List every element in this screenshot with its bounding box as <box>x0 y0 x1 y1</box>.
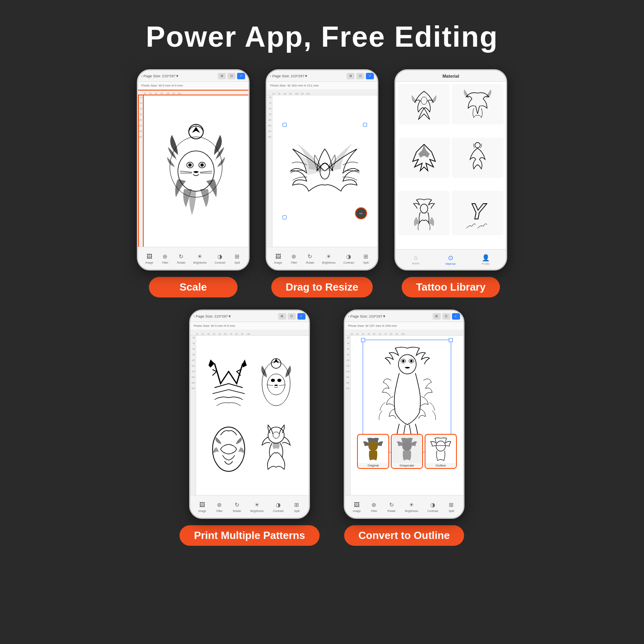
drag-canvas: ↔ <box>272 95 377 247</box>
scale-label: Scale <box>149 277 237 297</box>
filter-icon: ⊛ <box>161 252 169 260</box>
scale-toolbar: 🖼 Image ⊛ Filter ↻ Rotate ☀ Brightness ◑ <box>138 247 248 269</box>
material-icon: ⊙ <box>448 254 453 262</box>
btn3[interactable]: ✓ <box>452 313 460 320</box>
toolbar-contrast[interactable]: ◑Contrast <box>343 252 354 264</box>
preview-thumbnails: Original Grayscale <box>351 434 463 469</box>
toolbar-image[interactable]: 🖼 Image <box>145 252 153 264</box>
library-label: Tattoo Library <box>402 277 500 297</box>
contrast-icon: ◑ <box>429 501 437 509</box>
toolbar-brightness[interactable]: ☀Brightness <box>250 501 264 512</box>
outline-phone: ‹ Page Size: 210*297▼ ⊞ ⊡ ✓ Photo Size: … <box>344 310 464 519</box>
filter-icon: ⊛ <box>370 501 378 509</box>
toolbar-image[interactable]: 🖼Image <box>198 501 206 512</box>
toolbar-brightness[interactable]: ☀Brightness <box>322 252 335 264</box>
split-icon: ⊞ <box>447 501 455 509</box>
drag-resize-handle[interactable]: ↔ <box>355 207 367 219</box>
brightness-icon: ☀ <box>253 501 261 509</box>
outline-topbar: ‹ Page Size: 210*297▼ ⊞ ⊡ ✓ <box>345 311 463 322</box>
material-item-6[interactable]: Y <box>452 191 504 235</box>
outline-phone-col: ‹ Page Size: 210*297▼ ⊞ ⊡ ✓ Photo Size: … <box>344 310 464 546</box>
library-phone-col: Material <box>394 69 507 297</box>
image-icon: 🖼 <box>274 252 282 260</box>
btn1[interactable]: ⊞ <box>347 73 355 79</box>
ruler-h-multiple: 10 20 30 40 50 60 70 80 90 100 <box>190 330 309 336</box>
rotate-icon: ↻ <box>177 252 185 260</box>
toolbar-brightness[interactable]: ☀Brightness <box>405 501 418 512</box>
page-title: Power App, Free Editing <box>146 20 498 53</box>
drag-subbar: Photo Size: W 163 mm H 211 mm <box>267 82 377 90</box>
outline-toolbar: 🖼Image ⊛Filter ↻Rotate ☀Brightness ◑Cont… <box>345 495 463 518</box>
btn2[interactable]: ⊡ <box>356 73 364 79</box>
pattern-baroque <box>254 417 298 477</box>
btn1[interactable]: ⊞ <box>278 313 286 320</box>
handle-tr[interactable] <box>449 338 453 342</box>
material-item-5[interactable] <box>398 191 450 235</box>
ruler-v-multiple: 20 40 60 80 100 120 140 160 180 200 <box>190 336 196 495</box>
profile-icon: 👤 <box>482 254 490 262</box>
scale-content: 20 40 60 80 100 120 140 160 <box>138 95 248 247</box>
image-icon: 🖼 <box>145 252 153 260</box>
pattern-maori <box>206 417 251 477</box>
topbar-actions: ⊞ ⊡ ✓ <box>347 73 374 79</box>
topbar-actions: ⊞ ⊡ ✓ <box>433 313 460 320</box>
handle-bl[interactable] <box>283 215 287 219</box>
toolbar-filter[interactable]: ⊛Filter <box>370 501 378 512</box>
toolbar-rotate[interactable]: ↻ Rotate <box>177 252 186 264</box>
toolbar-filter[interactable]: ⊛Filter <box>215 501 223 512</box>
preview-original[interactable]: Original <box>357 434 389 469</box>
material-item-4[interactable] <box>452 138 504 178</box>
preview-grayscale[interactable]: Grayscale <box>391 434 423 469</box>
toolbar-split[interactable]: ⊞ Split <box>233 252 241 264</box>
toolbar-image[interactable]: 🖼Image <box>353 501 361 512</box>
svg-point-12 <box>421 97 427 104</box>
svg-point-20 <box>277 379 281 382</box>
brightness-icon: ☀ <box>196 252 204 260</box>
btn1[interactable]: ⊞ <box>433 313 441 320</box>
material-item-3[interactable] <box>398 138 450 178</box>
toolbar-rotate[interactable]: ↻Rotate <box>233 501 241 512</box>
btn3[interactable]: ✓ <box>237 73 245 79</box>
toolbar-image[interactable]: 🖼Image <box>274 252 282 264</box>
toolbar-contrast[interactable]: ◑Contrast <box>273 501 283 512</box>
btn3[interactable]: ✓ <box>297 313 305 320</box>
handle-tl[interactable] <box>361 338 365 342</box>
btn2[interactable]: ⊡ <box>288 313 296 320</box>
toolbar-split[interactable]: ⊞Split <box>447 501 455 512</box>
contrast-icon: ◑ <box>274 501 282 509</box>
drag-phone-col: ‹ Page Size: 210*297▼ ⊞ ⊡ ✓ Photo Size: … <box>266 69 378 297</box>
toolbar-split[interactable]: ⊞Split <box>362 252 370 264</box>
split-icon: ⊞ <box>233 252 241 260</box>
btn1[interactable]: ⊞ <box>218 73 226 79</box>
material-item-2[interactable] <box>452 84 504 124</box>
toolbar-filter[interactable]: ⊛ Filter <box>161 252 169 264</box>
toolbar-filter[interactable]: ⊛Filter <box>290 252 298 264</box>
toolbar-rotate[interactable]: ↻Rotate <box>387 501 396 512</box>
handle-tl[interactable] <box>283 123 287 127</box>
image-icon: 🖼 <box>198 501 206 509</box>
library-phone: Material <box>394 69 507 270</box>
ruler-vertical: 20 40 60 80 100 120 140 160 <box>138 95 144 247</box>
svg-point-24 <box>268 427 284 443</box>
split-icon: ⊞ <box>293 501 301 509</box>
nav-profile[interactable]: 👤 Profile <box>482 254 490 265</box>
toolbar-rotate[interactable]: ↻Rotate <box>306 252 314 264</box>
svg-point-6 <box>200 163 204 167</box>
ruler-v-outline: 20 40 60 80 100 120 140 160 180 200 <box>345 336 351 495</box>
btn2[interactable]: ⊡ <box>442 313 450 320</box>
nav-home[interactable]: ⌂ Home <box>412 254 419 265</box>
btn3[interactable]: ✓ <box>366 73 374 79</box>
toolbar-contrast[interactable]: ◑Contrast <box>427 501 438 512</box>
svg-point-32 <box>402 441 411 451</box>
top-phones-row: ‹ Page Size: 210*297▼ ⊞ ⊡ ✓ Photo Size: … <box>137 69 507 297</box>
btn2[interactable]: ⊡ <box>227 73 235 79</box>
material-item-1[interactable] <box>398 84 450 124</box>
toolbar-brightness[interactable]: ☀ Brightness <box>193 252 206 264</box>
preview-outline[interactable]: Outline <box>425 434 457 469</box>
drag-label: Drag to Resize <box>271 277 373 297</box>
svg-point-29 <box>402 360 405 362</box>
nav-material[interactable]: ⊙ Material <box>446 254 456 265</box>
handle-tr[interactable] <box>363 123 367 127</box>
toolbar-split[interactable]: ⊞Split <box>293 501 301 512</box>
toolbar-contrast[interactable]: ◑ Contrast <box>215 252 225 264</box>
